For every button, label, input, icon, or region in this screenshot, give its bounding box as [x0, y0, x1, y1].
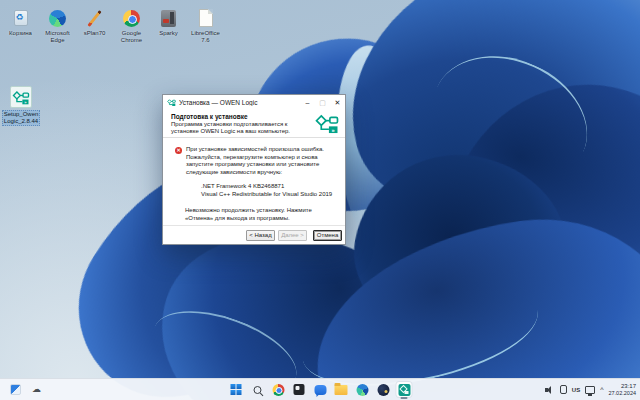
dependency-item: Visual C++ Redistributable for Visual St… — [201, 191, 335, 199]
minimize-button[interactable]: – — [300, 95, 315, 110]
taskbar-item-file-explorer[interactable] — [334, 382, 349, 397]
dialog-content: ✕ При установке зависимостей произошла о… — [163, 138, 345, 226]
taskbar-item-photos[interactable] — [292, 382, 307, 397]
desktop-icon-label: LibreOffice 7.6 — [188, 30, 224, 44]
taskbar-item-edge[interactable] — [355, 382, 370, 397]
date: 27.02.2024 — [608, 390, 636, 397]
close-button[interactable]: ✕ — [330, 95, 345, 110]
error-icon: ✕ — [175, 147, 182, 154]
desktop-icon-label: sPlan70 — [84, 30, 106, 37]
owen-logic-icon — [398, 384, 410, 396]
dialog-header: Подготовка к установке Программа установ… — [163, 110, 345, 138]
search-icon — [253, 386, 261, 394]
photos-icon — [294, 384, 305, 395]
machine-icon — [159, 8, 179, 28]
desktop-icon-sparky[interactable]: Sparky — [150, 8, 187, 44]
system-tray: US ^ 23:17 27.02.2024 — [545, 383, 636, 397]
time: 23:17 — [608, 383, 636, 390]
desktop-icon-recycle-bin[interactable]: Корзина — [2, 8, 39, 44]
widgets-icon — [10, 384, 21, 395]
desktop-icon-microsoft-edge[interactable]: Microsoft Edge — [39, 8, 76, 44]
svg-text:»: » — [332, 127, 335, 133]
dependency-list: .NET Framework 4 KB2468871 Visual C++ Re… — [201, 183, 335, 198]
dependency-item: .NET Framework 4 KB2468871 — [201, 183, 335, 191]
chrome-icon — [272, 384, 284, 396]
app-icon — [377, 384, 389, 396]
desktop-icon-splan[interactable]: sPlan70 — [76, 8, 113, 44]
desktop-icon-setup-owen-logic[interactable]: » Setup_Owen Logic_2.8.44 — [3, 86, 39, 126]
taskbar-left: ☁ — [8, 382, 44, 397]
pencil-icon — [85, 8, 105, 28]
error-message: При установке зависимостей произошла оши… — [186, 146, 335, 176]
language-indicator[interactable]: US — [572, 387, 580, 393]
desktop-icon-libreoffice[interactable]: LibreOffice 7.6 — [187, 8, 224, 44]
dialog-title: Установка — OWEN Logic — [179, 99, 300, 106]
recycle-bin-icon — [11, 8, 31, 28]
clock[interactable]: 23:17 27.02.2024 — [608, 383, 636, 397]
taskbar: ☁ US ^ 23:17 27.02.2024 — [0, 378, 640, 400]
search-button[interactable] — [250, 382, 265, 397]
desktop: Корзина Microsoft Edge sPlan70 Google Ch… — [0, 0, 640, 400]
desktop-icon-label: Google Chrome — [114, 30, 150, 44]
desktop-icon-grid: Корзина Microsoft Edge sPlan70 Google Ch… — [2, 8, 224, 44]
start-button[interactable] — [229, 382, 244, 397]
desktop-icon-label: Microsoft Edge — [40, 30, 76, 44]
maximize-button: ▢ — [315, 95, 330, 110]
tray-app-icon[interactable] — [560, 385, 567, 394]
setup-dialog-window: Установка — OWEN Logic – ▢ ✕ Подготовка … — [162, 94, 346, 245]
taskbar-item-app[interactable] — [376, 382, 391, 397]
edge-icon — [356, 384, 368, 396]
window-controls: – ▢ ✕ — [300, 95, 345, 110]
dialog-titlebar[interactable]: Установка — OWEN Logic – ▢ ✕ — [163, 95, 345, 110]
desktop-icon-google-chrome[interactable]: Google Chrome — [113, 8, 150, 44]
desktop-icon-label: Sparky — [159, 30, 178, 37]
taskbar-item-chat[interactable] — [313, 382, 328, 397]
owen-logic-logo: » — [314, 113, 340, 134]
cancel-button[interactable]: Отмена — [313, 230, 342, 241]
owen-logo-icon: » — [10, 86, 32, 108]
chevron-up-icon[interactable]: ^ — [600, 386, 603, 393]
chat-icon — [314, 385, 326, 395]
chrome-icon — [122, 8, 142, 28]
back-button[interactable]: < Назад — [246, 230, 275, 241]
weather-button[interactable]: ☁ — [29, 382, 44, 397]
widgets-button[interactable] — [8, 382, 23, 397]
network-icon[interactable] — [585, 386, 595, 394]
windows-logo-icon — [231, 384, 242, 395]
volume-icon[interactable] — [545, 385, 555, 394]
error-note: Невозможно продолжить установку. Нажмите… — [185, 207, 337, 222]
edge-icon — [48, 8, 68, 28]
desktop-icon-label: Setup_Owen Logic_2.8.44 — [2, 110, 41, 126]
taskbar-item-chrome[interactable] — [271, 382, 286, 397]
page-description: Программа установки подготавливается к у… — [171, 121, 299, 135]
weather-cloud-icon: ☁ — [32, 385, 41, 394]
next-button: Далее > — [278, 230, 307, 241]
owen-logo-icon — [167, 98, 176, 107]
document-icon — [196, 8, 216, 28]
dialog-button-bar: < Назад Далее > Отмена — [163, 225, 345, 244]
taskbar-item-owen-logic-setup[interactable] — [397, 382, 412, 397]
file-explorer-icon — [335, 385, 348, 395]
taskbar-center — [229, 382, 412, 397]
desktop-icon-label: Корзина — [9, 30, 32, 37]
